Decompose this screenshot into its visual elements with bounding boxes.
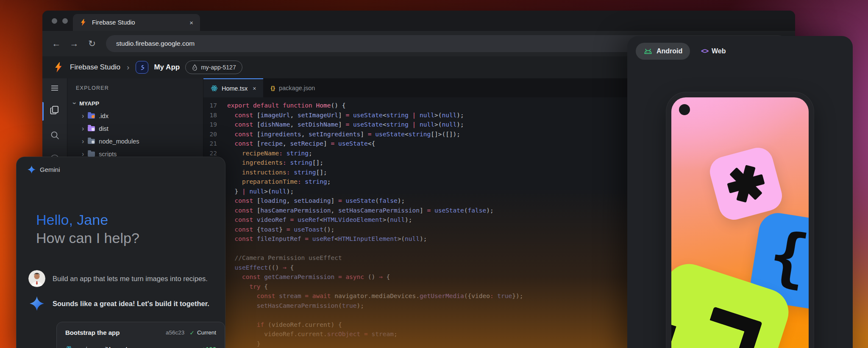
gemini-greeting: Hello, Jane How can I help? [36, 211, 214, 247]
android-toggle-label: Android [657, 47, 682, 55]
line-number: 20 [203, 130, 223, 139]
tree-item-label: dist [99, 125, 108, 132]
react-icon [65, 345, 72, 348]
editor-tab-label: Home.tsx [222, 85, 248, 92]
gemini-panel: Gemini Hello, Jane How can I help? Build… [16, 157, 225, 348]
code-tag-icon: <> [701, 47, 708, 55]
browser-tabstrip: Firebase Studio × [42, 11, 795, 31]
reload-icon[interactable]: ↻ [86, 37, 98, 50]
greeting-name: Hello, Jane [36, 211, 214, 229]
marketing-canvas: Firebase Studio × ← → ↻ studio.firebase.… [0, 0, 868, 348]
user-avatar [28, 270, 45, 287]
chevron-down-icon: › [71, 102, 78, 104]
status-badge: Current [197, 329, 216, 336]
corner-bracket-icon [700, 307, 762, 348]
menu-icon[interactable] [42, 83, 67, 93]
droplet-icon [192, 64, 198, 71]
app-id-label: my-app-5127 [201, 64, 236, 71]
camera-punch-hole [679, 104, 690, 115]
gemini-star-icon [30, 296, 44, 311]
chevron-right-icon: › [82, 138, 84, 145]
user-message-text: Build an app that lets me turn images in… [53, 275, 208, 283]
android-icon [643, 47, 653, 55]
line-number: 18 [203, 110, 223, 120]
tab-close-icon[interactable]: × [189, 19, 193, 26]
file-path: src/pages/Home.tsx [77, 345, 135, 348]
folder-icon [88, 139, 95, 144]
editor-tab-label: package.json [279, 85, 315, 91]
web-toggle-button[interactable]: <> Web [701, 47, 726, 55]
breadcrumb-separator: › [127, 63, 129, 72]
browser-tab[interactable]: Firebase Studio × [73, 14, 200, 31]
app-id-pill[interactable]: my-app-5127 [185, 61, 242, 74]
breadcrumb-product[interactable]: Firebase Studio [70, 63, 120, 72]
firebase-flame-icon [80, 19, 87, 26]
gemini-title: Gemini [40, 166, 60, 173]
tab-close-icon[interactable]: × [253, 85, 256, 92]
tree-root-label: MYAPP [79, 100, 99, 107]
tree-item-label: .idx [99, 113, 108, 119]
preview-panel: Android <> Web { [627, 36, 853, 348]
line-number: 17 [203, 101, 223, 110]
changed-file-row[interactable]: src/pages/Home.tsx +122 [65, 345, 216, 348]
react-icon [211, 85, 218, 92]
card-header: Bootstrap the app a56c23 ✓ Current [65, 329, 216, 336]
curly-brace-icon: { [764, 217, 809, 296]
commit-hash: a56c23 [166, 329, 184, 336]
editor-tab-home-tsx[interactable]: Home.tsx × [203, 78, 263, 97]
braces-icon: {} [270, 85, 275, 91]
asterisk-icon [722, 160, 770, 208]
browser-tab-title: Firebase Studio [92, 19, 135, 26]
diff-count: +122 [202, 345, 216, 348]
window-control-dot[interactable] [52, 18, 57, 24]
firebase-flame-logo [53, 62, 64, 73]
phone-mockup: { [666, 92, 814, 348]
back-icon[interactable]: ← [50, 37, 63, 50]
corner-bracket-icon [671, 323, 701, 348]
tree-root-myapp[interactable]: › MYAPP [67, 97, 203, 110]
app-icon[interactable] [136, 61, 148, 74]
editor-tab-package-json[interactable]: {} package.json [263, 78, 322, 97]
chevron-right-icon: › [82, 125, 84, 132]
assistant-message-text: Sounds like a great idea! Let's build it… [53, 300, 209, 308]
folder-icon [88, 152, 95, 157]
breadcrumb-app-name[interactable]: My App [154, 63, 180, 72]
user-message: Build an app that lets me turn images in… [28, 270, 214, 287]
explorer-title: EXPLORER [67, 78, 203, 91]
greeting-question: How can I help? [36, 229, 214, 247]
search-icon[interactable] [42, 130, 67, 141]
web-toggle-label: Web [712, 47, 726, 55]
assistant-message: Sounds like a great idea! Let's build it… [28, 296, 214, 311]
preview-target-toggle: Android <> Web [627, 36, 853, 60]
gemini-header: Gemini [28, 166, 214, 174]
line-number: 21 [203, 139, 223, 149]
tree-item-dist[interactable]: › dist [67, 122, 203, 135]
android-toggle-button[interactable]: Android [636, 43, 690, 60]
chevron-right-icon: › [82, 113, 84, 119]
tree-item-idx[interactable]: › .idx [67, 110, 203, 122]
file-tree: › MYAPP › .idx › dist › [67, 97, 203, 160]
gemini-star-icon [28, 166, 36, 174]
tree-item-label: node_modules [99, 138, 139, 145]
phone-screen: { [671, 97, 809, 348]
tree-item-node-modules[interactable]: › node_modules [67, 135, 203, 148]
line-number: 19 [203, 120, 223, 130]
window-control-dot[interactable] [62, 18, 68, 24]
bootstrap-card[interactable]: Bootstrap the app a56c23 ✓ Current src/p… [56, 322, 225, 348]
asterisk-tile [707, 144, 785, 223]
folder-icon [88, 113, 95, 119]
card-title: Bootstrap the app [65, 329, 120, 336]
files-icon[interactable] [42, 105, 67, 116]
forward-icon[interactable]: → [68, 37, 81, 50]
folder-icon [88, 126, 95, 131]
check-icon: ✓ [189, 329, 195, 336]
